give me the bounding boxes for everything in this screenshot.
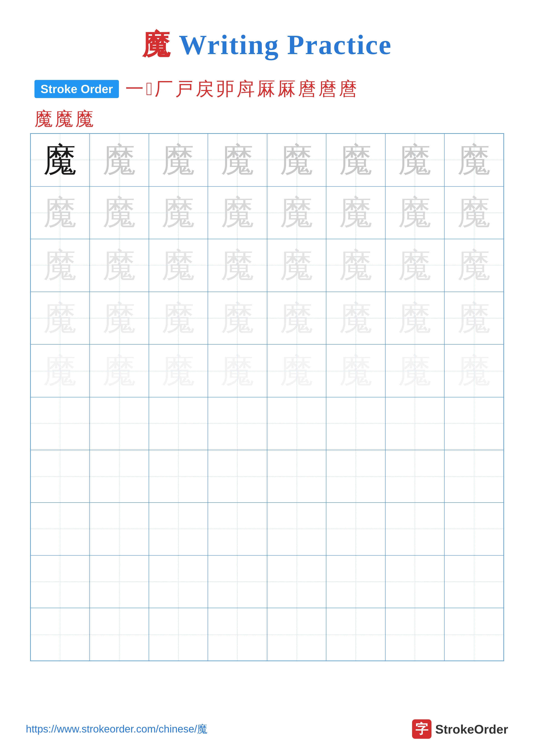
grid-cell-r7c3[interactable] (149, 450, 208, 503)
grid-cell-r2c8[interactable]: 魔 (445, 186, 504, 239)
grid-cell-r1c7[interactable]: 魔 (385, 134, 445, 186)
grid-cell-r5c6[interactable]: 魔 (326, 344, 385, 397)
grid-cell-r5c4[interactable]: 魔 (208, 344, 267, 397)
footer-logo-text: StrokeOrder (435, 722, 508, 736)
grid-cell-r6c4[interactable] (208, 397, 267, 450)
grid-cell-r2c4[interactable]: 魔 (208, 186, 267, 239)
practice-char: 魔 (398, 249, 431, 282)
grid-cell-r5c3[interactable]: 魔 (149, 344, 208, 397)
grid-cell-r10c4[interactable] (208, 608, 267, 661)
grid-cell-r1c4[interactable]: 魔 (208, 134, 267, 186)
grid-cell-r6c1[interactable] (31, 397, 90, 450)
grid-cell-r3c6[interactable]: 魔 (326, 239, 385, 292)
grid-cell-r4c7[interactable]: 魔 (385, 292, 445, 345)
grid-cell-r1c5[interactable]: 魔 (267, 134, 326, 186)
practice-char: 魔 (103, 302, 136, 335)
grid-cell-r3c8[interactable]: 魔 (445, 239, 504, 292)
grid-cell-r4c1[interactable]: 魔 (31, 292, 90, 345)
practice-char: 魔 (221, 143, 254, 177)
grid-cell-r2c3[interactable]: 魔 (149, 186, 208, 239)
grid-cell-r8c1[interactable] (31, 502, 90, 555)
grid-cell-r1c6[interactable]: 魔 (326, 134, 385, 186)
grid-cell-r4c4[interactable]: 魔 (208, 292, 267, 345)
page: 魔 Writing Practice Stroke Order 一 𠂇 厂 戸 … (0, 0, 534, 756)
grid-cell-r4c3[interactable]: 魔 (149, 292, 208, 345)
stroke-3: 厂 (155, 79, 173, 99)
grid-cell-r3c7[interactable]: 魔 (385, 239, 445, 292)
grid-cell-r3c2[interactable]: 魔 (89, 239, 149, 292)
grid-cell-r1c3[interactable]: 魔 (149, 134, 208, 186)
grid-cell-r2c7[interactable]: 魔 (385, 186, 445, 239)
grid-cell-r6c7[interactable] (385, 397, 445, 450)
grid-cell-r3c1[interactable]: 魔 (31, 239, 90, 292)
practice-char: 魔 (43, 249, 77, 282)
grid-cell-r1c1[interactable]: 魔 (31, 134, 90, 186)
grid-cell-r7c4[interactable] (208, 450, 267, 503)
grid-cell-r9c3[interactable] (149, 555, 208, 608)
grid-cell-r10c2[interactable] (89, 608, 149, 661)
grid-cell-r5c7[interactable]: 魔 (385, 344, 445, 397)
practice-char: 魔 (162, 249, 195, 282)
grid-cell-r10c7[interactable] (385, 608, 445, 661)
practice-char: 魔 (457, 302, 491, 335)
grid-cell-r6c3[interactable] (149, 397, 208, 450)
grid-cell-r8c2[interactable] (89, 502, 149, 555)
grid-cell-r1c2[interactable]: 魔 (89, 134, 149, 186)
grid-cell-r6c5[interactable] (267, 397, 326, 450)
grid-cell-r6c6[interactable] (326, 397, 385, 450)
grid-cell-r7c1[interactable] (31, 450, 90, 503)
grid-cell-r9c4[interactable] (208, 555, 267, 608)
grid-cell-r5c1[interactable]: 魔 (31, 344, 90, 397)
practice-char: 魔 (162, 354, 195, 388)
stroke-14: 魔 (55, 109, 73, 129)
grid-cell-r2c6[interactable]: 魔 (326, 186, 385, 239)
title-text: Writing Practice (171, 29, 392, 60)
grid-cell-r9c5[interactable] (267, 555, 326, 608)
grid-cell-r4c2[interactable]: 魔 (89, 292, 149, 345)
practice-char: 魔 (221, 354, 254, 388)
grid-cell-r2c2[interactable]: 魔 (89, 186, 149, 239)
grid-cell-r4c8[interactable]: 魔 (445, 292, 504, 345)
practice-char: 魔 (103, 143, 136, 177)
grid-cell-r4c6[interactable]: 魔 (326, 292, 385, 345)
grid-cell-r8c5[interactable] (267, 502, 326, 555)
grid-cell-r3c4[interactable]: 魔 (208, 239, 267, 292)
grid-cell-r10c1[interactable] (31, 608, 90, 661)
practice-char: 魔 (280, 354, 313, 388)
grid-cell-r9c1[interactable] (31, 555, 90, 608)
grid-cell-r6c8[interactable] (445, 397, 504, 450)
grid-cell-r8c6[interactable] (326, 502, 385, 555)
stroke-10: 麿 (298, 79, 316, 99)
stroke-8: 厤 (257, 79, 275, 99)
grid-cell-r9c6[interactable] (326, 555, 385, 608)
stroke-9: 厤 (277, 79, 296, 99)
grid-cell-r9c8[interactable] (445, 555, 504, 608)
practice-char: 魔 (162, 143, 195, 177)
grid-cell-r5c8[interactable]: 魔 (445, 344, 504, 397)
grid-cell-r9c7[interactable] (385, 555, 445, 608)
grid-cell-r1c8[interactable]: 魔 (445, 134, 504, 186)
grid-cell-r10c3[interactable] (149, 608, 208, 661)
grid-cell-r7c6[interactable] (326, 450, 385, 503)
grid-cell-r7c7[interactable] (385, 450, 445, 503)
grid-cell-r10c5[interactable] (267, 608, 326, 661)
grid-cell-r2c1[interactable]: 魔 (31, 186, 90, 239)
grid-cell-r7c8[interactable] (445, 450, 504, 503)
grid-cell-r3c5[interactable]: 魔 (267, 239, 326, 292)
grid-cell-r8c3[interactable] (149, 502, 208, 555)
grid-cell-r2c5[interactable]: 魔 (267, 186, 326, 239)
grid-cell-r5c2[interactable]: 魔 (89, 344, 149, 397)
grid-cell-r8c8[interactable] (445, 502, 504, 555)
grid-cell-r3c3[interactable]: 魔 (149, 239, 208, 292)
practice-char: 魔 (398, 196, 431, 229)
grid-cell-r4c5[interactable]: 魔 (267, 292, 326, 345)
grid-cell-r10c6[interactable] (326, 608, 385, 661)
grid-cell-r7c2[interactable] (89, 450, 149, 503)
grid-cell-r10c8[interactable] (445, 608, 504, 661)
grid-cell-r8c4[interactable] (208, 502, 267, 555)
grid-cell-r8c7[interactable] (385, 502, 445, 555)
grid-cell-r7c5[interactable] (267, 450, 326, 503)
grid-cell-r9c2[interactable] (89, 555, 149, 608)
grid-cell-r5c5[interactable]: 魔 (267, 344, 326, 397)
grid-cell-r6c2[interactable] (89, 397, 149, 450)
